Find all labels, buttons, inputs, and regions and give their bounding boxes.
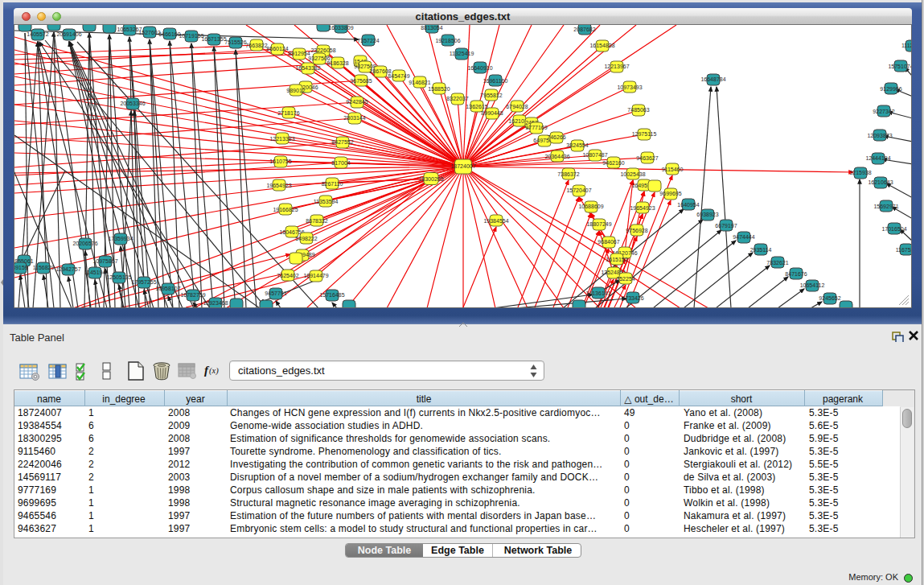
svg-text:9227342: 9227342 <box>873 109 894 114</box>
svg-text:9699695: 9699695 <box>659 191 681 196</box>
svg-text:9129966: 9129966 <box>880 86 901 92</box>
svg-text:10719155: 10719155 <box>179 33 203 39</box>
svg-text:1588520: 1588520 <box>428 86 450 92</box>
svg-text:989012: 989012 <box>286 88 305 93</box>
svg-text:20053346: 20053346 <box>120 101 145 106</box>
svg-text:39159: 39159 <box>14 265 28 270</box>
svg-text:9463627: 9463627 <box>636 155 658 161</box>
svg-text:1405572: 1405572 <box>27 31 48 37</box>
svg-text:1362615: 1362615 <box>466 104 487 109</box>
svg-text:817004: 817004 <box>331 160 350 166</box>
svg-text:5498222: 5498222 <box>295 236 317 241</box>
svg-text:(x): (x) <box>209 366 219 376</box>
svg-text:10654112: 10654112 <box>800 282 825 288</box>
svg-text:12444194: 12444194 <box>865 155 890 161</box>
svg-text:12923468: 12923468 <box>203 300 228 306</box>
svg-text:17359934: 17359934 <box>108 236 133 241</box>
svg-text:7357224: 7357224 <box>357 38 379 43</box>
svg-text:2935114: 2935114 <box>750 247 772 253</box>
svg-text:20364436: 20364436 <box>544 154 569 159</box>
svg-text:19166825: 19166825 <box>273 207 298 212</box>
svg-text:9146821: 9146821 <box>409 80 430 85</box>
svg-text:8454749: 8454749 <box>388 73 409 79</box>
svg-text:16961160: 16961160 <box>483 78 508 84</box>
svg-text:15751074: 15751074 <box>888 64 912 69</box>
svg-text:9684067: 9684067 <box>598 239 619 245</box>
svg-text:7386372: 7386372 <box>557 171 579 177</box>
svg-text:10973493: 10973493 <box>617 84 642 90</box>
svg-text:9474444: 9474444 <box>733 234 754 240</box>
svg-text:16154838: 16154838 <box>589 43 614 48</box>
svg-text:1610755: 1610755 <box>269 159 291 164</box>
svg-text:17957255: 17957255 <box>131 279 156 285</box>
svg-text:12505135: 12505135 <box>106 274 131 280</box>
svg-text:7955812: 7955812 <box>480 93 502 98</box>
svg-text:6794028: 6794028 <box>506 104 528 109</box>
svg-text:2718176: 2718176 <box>277 110 299 116</box>
svg-text:18300295: 18300295 <box>418 176 443 182</box>
svg-text:19654923: 19654923 <box>630 205 655 211</box>
svg-text:10025438: 10025438 <box>620 171 645 177</box>
svg-text:8912954: 8912954 <box>288 51 310 56</box>
svg-text:9777169: 9777169 <box>525 125 547 130</box>
svg-text:10688609: 10688609 <box>578 204 603 209</box>
svg-text:1615152: 1615152 <box>606 257 627 262</box>
svg-text:6466160: 6466160 <box>158 31 180 37</box>
svg-text:12975115: 12975115 <box>632 131 657 137</box>
svg-text:16210643: 16210643 <box>868 179 893 185</box>
svg-text:746266: 746266 <box>547 134 565 140</box>
svg-text:11325419: 11325419 <box>450 51 474 56</box>
svg-text:10807487: 10807487 <box>582 152 607 158</box>
svg-text:1156829: 1156829 <box>33 265 55 270</box>
svg-text:15692971: 15692971 <box>873 204 898 209</box>
svg-text:8990448: 8990448 <box>481 110 503 116</box>
svg-text:11353594: 11353594 <box>314 199 339 204</box>
svg-text:17016504: 17016504 <box>881 226 906 232</box>
svg-text:9462160: 9462160 <box>602 160 624 166</box>
svg-text:2803144: 2803144 <box>343 115 365 121</box>
svg-text:8660124: 8660124 <box>266 46 288 51</box>
svg-text:23226058: 23226058 <box>310 47 335 53</box>
svg-text:10958107: 10958107 <box>155 286 180 291</box>
svg-text:8471676: 8471676 <box>785 271 807 277</box>
svg-text:12213967: 12213967 <box>604 64 629 69</box>
svg-text:8813054: 8813054 <box>421 25 442 31</box>
svg-text:1733426: 1733426 <box>622 295 643 301</box>
svg-text:8186328: 8186328 <box>326 60 348 66</box>
svg-text:9245652: 9245652 <box>819 295 840 301</box>
svg-text:3215938: 3215938 <box>849 170 871 175</box>
svg-text:9756928: 9756928 <box>626 228 647 233</box>
svg-text:8322037: 8322037 <box>446 96 468 101</box>
svg-text:1640954: 1640954 <box>677 202 699 208</box>
svg-text:8678332: 8678332 <box>306 218 327 224</box>
svg-text:2087682: 2087682 <box>573 27 595 32</box>
svg-text:16033809: 16033809 <box>328 25 353 31</box>
svg-text:8427552: 8427552 <box>331 139 353 145</box>
svg-text:12213383: 12213383 <box>269 136 294 142</box>
svg-text:7663822: 7663822 <box>245 43 267 48</box>
svg-text:8267110: 8267110 <box>322 181 343 187</box>
svg-text:16782759: 16782759 <box>180 292 205 298</box>
svg-text:1527602: 1527602 <box>138 30 160 35</box>
svg-text:16640910: 16640910 <box>467 65 492 71</box>
svg-text:10975867: 10975867 <box>92 258 117 264</box>
svg-text:3824554: 3824554 <box>566 142 588 148</box>
svg-text:12942757: 12942757 <box>55 266 80 272</box>
svg-text:6938923: 6938923 <box>696 212 718 217</box>
svg-text:19654923: 19654923 <box>266 183 291 188</box>
svg-text:19384554: 19384554 <box>483 218 508 224</box>
svg-text:7625402: 7625402 <box>277 273 298 278</box>
svg-text:15720407: 15720407 <box>566 187 591 193</box>
svg-text:15716485: 15716485 <box>319 292 344 298</box>
svg-text:16914479: 16914479 <box>303 273 328 278</box>
svg-text:7485063: 7485063 <box>627 107 649 113</box>
svg-text:14136141: 14136141 <box>585 290 610 296</box>
svg-text:20206576: 20206576 <box>72 241 97 246</box>
svg-text:16671355: 16671355 <box>201 36 226 42</box>
svg-text:1145194: 1145194 <box>84 270 106 275</box>
svg-text:252254: 252254 <box>616 276 634 282</box>
svg-text:9115460: 9115460 <box>662 167 684 172</box>
svg-text:12093873: 12093873 <box>867 133 892 138</box>
svg-text:3675685: 3675685 <box>350 78 372 84</box>
svg-text:16543382: 16543382 <box>295 65 320 71</box>
